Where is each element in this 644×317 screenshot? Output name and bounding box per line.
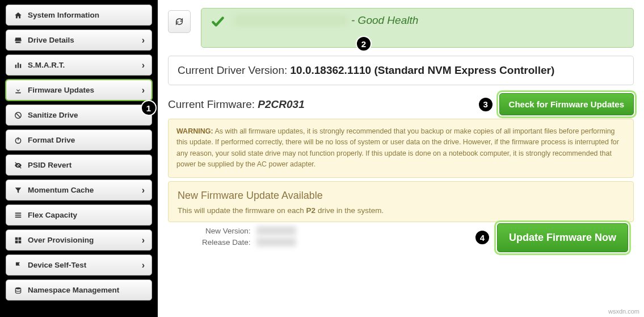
- sidebar-item-label: S.M.A.R.T.: [28, 61, 65, 69]
- sidebar-item-label: Device Self-Test: [28, 261, 86, 269]
- new-firmware-meta: New Version: Release Date:: [202, 226, 296, 249]
- update-subtext-a: This will update the firmware on each: [178, 206, 306, 215]
- refresh-icon: [175, 17, 184, 26]
- release-date-label: Release Date:: [202, 238, 251, 247]
- download-icon: [13, 86, 23, 94]
- firmware-section: Current Firmware: P2CR031 3 Check for Fi…: [168, 93, 634, 252]
- sidebar-item-smart[interactable]: S.M.A.R.T. ›: [6, 55, 152, 76]
- watermark: wsxdn.com: [608, 308, 639, 315]
- current-firmware-value: P2CR031: [258, 98, 304, 110]
- filter-icon: [13, 186, 23, 194]
- driver-version-label: Current Driver Version:: [178, 64, 291, 76]
- chevron-right-icon: ›: [142, 35, 145, 45]
- check-firmware-updates-button[interactable]: Check for Firmware Updates: [499, 93, 634, 115]
- home-icon: [13, 11, 23, 19]
- sidebar-item-label: Namespace Management: [28, 286, 119, 294]
- sidebar-item-over-provisioning[interactable]: Over Provisioning ›: [6, 230, 152, 251]
- flag-icon: [13, 261, 23, 269]
- driver-version-panel: Current Driver Version: 10.0.18362.1110 …: [168, 56, 634, 85]
- update-subtext-drive: P2: [306, 206, 316, 215]
- sidebar-item-label: System Information: [28, 11, 99, 19]
- svg-rect-1: [15, 64, 16, 68]
- update-subtext-c: drive in the system.: [315, 206, 384, 215]
- sidebar-item-label: Flex Capacity: [28, 211, 77, 219]
- new-version-label: New Version:: [205, 227, 251, 235]
- sidebar-item-label: Firmware Updates: [28, 86, 94, 94]
- svg-point-0: [20, 41, 20, 42]
- sidebar-item-label: Momentum Cache: [28, 186, 94, 194]
- sidebar-item-label: Sanitize Drive: [28, 111, 78, 119]
- sidebar-item-label: Over Provisioning: [28, 236, 94, 244]
- power-icon: [13, 136, 23, 144]
- refresh-button[interactable]: [168, 10, 191, 33]
- health-status-text: - Good Health: [351, 14, 418, 27]
- sidebar: System Information Drive Details › S.M.A…: [0, 0, 158, 317]
- redacted-drive-name: [234, 15, 348, 26]
- warning-label: WARNING:: [176, 127, 213, 135]
- chevron-right-icon: ›: [142, 185, 145, 195]
- redacted-new-version: [256, 226, 296, 235]
- svg-rect-11: [15, 216, 22, 218]
- svg-rect-10: [15, 214, 22, 215]
- callout-2: 2: [356, 36, 372, 52]
- health-status-panel: - Good Health 2: [201, 8, 634, 48]
- warning-box: WARNING: As with all firmware updates, i…: [168, 119, 634, 178]
- callout-3: 3: [478, 97, 494, 112]
- bars-icon: [13, 61, 23, 69]
- eye-slash-icon: [13, 161, 23, 169]
- update-available-panel: New Firmware Update Available This will …: [168, 181, 634, 222]
- current-firmware-label: Current Firmware:: [168, 98, 258, 110]
- sidebar-item-momentum-cache[interactable]: Momentum Cache ›: [6, 180, 152, 201]
- ban-icon: [13, 111, 23, 119]
- database-icon: [13, 286, 23, 294]
- svg-rect-9: [15, 212, 22, 214]
- chevron-right-icon: ›: [142, 60, 145, 70]
- sidebar-item-system-information[interactable]: System Information: [6, 5, 152, 26]
- sidebar-item-format-drive[interactable]: Format Drive: [6, 130, 152, 151]
- svg-rect-3: [20, 64, 21, 68]
- svg-rect-12: [15, 237, 18, 240]
- sidebar-item-sanitize-drive[interactable]: Sanitize Drive: [6, 105, 152, 126]
- chevron-right-icon: ›: [142, 235, 145, 245]
- update-firmware-now-button[interactable]: Update Firmware Now: [497, 223, 628, 252]
- svg-rect-13: [19, 237, 22, 240]
- grid-icon: [13, 236, 23, 244]
- sidebar-item-namespace-management[interactable]: Namespace Management: [6, 280, 152, 301]
- sidebar-item-label: PSID Revert: [28, 161, 71, 169]
- sidebar-item-drive-details[interactable]: Drive Details ›: [6, 30, 152, 51]
- check-icon: [211, 14, 225, 29]
- sidebar-item-label: Format Drive: [28, 136, 75, 144]
- sidebar-item-flex-capacity[interactable]: Flex Capacity: [6, 205, 152, 226]
- chevron-right-icon: ›: [142, 85, 145, 95]
- warning-text: As with all firmware updates, it is stro…: [176, 127, 619, 168]
- svg-point-16: [15, 287, 20, 289]
- svg-rect-2: [18, 62, 19, 68]
- drive-icon: [13, 36, 23, 44]
- callout-4: 4: [474, 230, 490, 245]
- list-icon: [13, 211, 23, 219]
- driver-version-value: 10.0.18362.1110 (Standard NVM Express Co…: [291, 64, 555, 76]
- main-content: - Good Health 2 Current Driver Version: …: [158, 0, 644, 317]
- chevron-right-icon: ›: [142, 260, 145, 270]
- sidebar-item-device-self-test[interactable]: Device Self-Test ›: [6, 255, 152, 276]
- sidebar-item-firmware-updates[interactable]: Firmware Updates ›: [6, 80, 152, 101]
- svg-line-5: [16, 112, 20, 117]
- update-available-title: New Firmware Update Available: [178, 190, 624, 202]
- redacted-release-date: [256, 237, 296, 247]
- sidebar-item-psid-revert[interactable]: PSID Revert: [6, 155, 152, 176]
- sidebar-item-label: Drive Details: [28, 36, 74, 44]
- callout-1: 1: [141, 100, 157, 116]
- svg-rect-15: [19, 240, 22, 243]
- svg-rect-14: [15, 240, 18, 243]
